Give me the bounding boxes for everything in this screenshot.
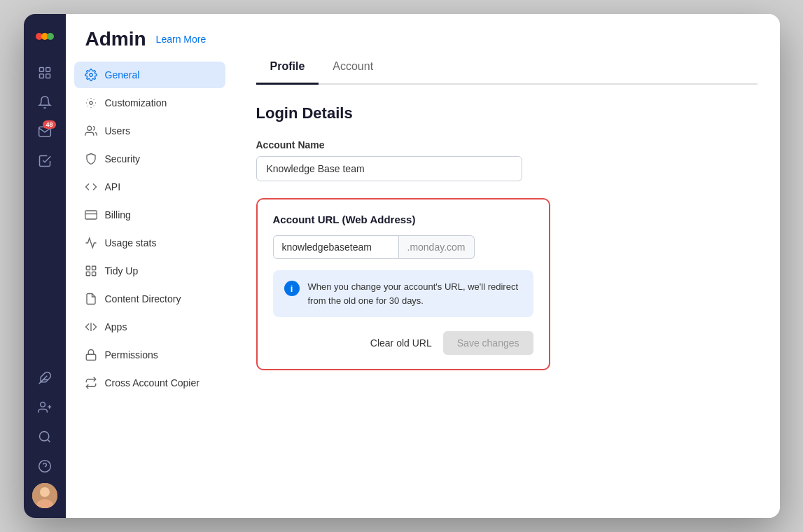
api-icon (84, 180, 98, 194)
svg-line-13 (47, 440, 50, 442)
apps-icon (84, 320, 98, 334)
nav-item-general[interactable]: General (74, 62, 225, 88)
users-icon (84, 124, 98, 138)
content-layout: General Customization (66, 50, 780, 518)
nav-item-usage-stats[interactable]: Usage stats (74, 230, 225, 256)
url-box: Account URL (Web Address) .monday.com i … (256, 198, 550, 370)
learn-more-link[interactable]: Learn More (156, 34, 207, 45)
check-icon[interactable] (32, 148, 57, 174)
svg-point-12 (39, 432, 48, 441)
main-area: Admin Learn More General (66, 14, 780, 518)
url-suffix: .monday.com (399, 235, 475, 259)
svg-point-21 (87, 126, 91, 130)
info-box: i When you change your account's URL, we… (273, 270, 533, 317)
svg-point-9 (40, 402, 45, 407)
nav-item-security[interactable]: Security (74, 146, 225, 172)
svg-rect-22 (85, 211, 97, 219)
nav-item-tidy-up-label: Tidy Up (105, 265, 139, 276)
nav-item-api-label: API (105, 181, 121, 192)
search-icon[interactable] (32, 424, 57, 449)
tab-account[interactable]: Account (319, 50, 387, 85)
bell-icon[interactable] (32, 90, 57, 115)
avatar[interactable] (32, 483, 57, 508)
nav-item-billing-label: Billing (105, 209, 131, 220)
svg-rect-29 (86, 354, 96, 360)
nav-item-api[interactable]: API (74, 174, 225, 200)
url-box-title: Account URL (Web Address) (273, 214, 533, 225)
icon-sidebar: 48 (24, 14, 66, 518)
nav-item-tidy-up[interactable]: Tidy Up (74, 258, 225, 284)
tab-profile[interactable]: Profile (256, 50, 319, 85)
nav-item-cross-account-copier[interactable]: Cross Account Copier (74, 370, 225, 396)
nav-item-content-directory-label: Content Directory (105, 293, 181, 304)
nav-item-cross-account-copier-label: Cross Account Copier (105, 377, 200, 388)
svg-point-19 (89, 74, 92, 77)
nav-item-apps[interactable]: Apps (74, 314, 225, 340)
nav-item-permissions-label: Permissions (105, 349, 158, 360)
app-logo (32, 24, 57, 49)
svg-rect-27 (92, 272, 95, 276)
nav-item-customization[interactable]: Customization (74, 90, 225, 116)
clear-url-button[interactable]: Clear old URL (370, 337, 432, 349)
permissions-icon (84, 348, 98, 362)
right-panel: Profile Account Login Details Account Na… (234, 50, 780, 518)
svg-point-14 (39, 461, 50, 472)
content-dir-icon (84, 292, 98, 306)
nav-item-billing[interactable]: Billing (74, 202, 225, 228)
left-nav: General Customization (66, 50, 234, 518)
nav-item-users[interactable]: Users (74, 118, 225, 144)
info-text: When you change your account's URL, we'l… (308, 280, 522, 307)
person-add-icon[interactable] (32, 395, 57, 420)
copy-icon (84, 376, 98, 390)
shield-icon (84, 152, 98, 166)
nav-item-apps-label: Apps (105, 321, 127, 332)
svg-point-20 (89, 102, 92, 105)
nav-item-general-label: General (105, 69, 140, 80)
tidy-icon (84, 264, 98, 278)
tabs: Profile Account (256, 50, 757, 85)
puzzle-icon[interactable] (32, 365, 57, 391)
svg-rect-26 (86, 272, 90, 276)
svg-point-2 (47, 33, 54, 40)
nav-item-security-label: Security (105, 153, 141, 164)
url-box-actions: Clear old URL Save changes (273, 331, 533, 355)
svg-rect-5 (39, 74, 43, 78)
page-title: Admin (85, 28, 146, 50)
svg-rect-25 (92, 266, 95, 270)
url-input-row: .monday.com (273, 235, 533, 259)
nav-item-users-label: Users (105, 125, 131, 136)
svg-rect-24 (86, 266, 90, 270)
svg-rect-4 (46, 68, 50, 72)
svg-rect-3 (39, 68, 43, 72)
help-icon[interactable] (32, 454, 57, 479)
url-input[interactable] (273, 235, 399, 259)
inbox-icon[interactable]: 48 (32, 119, 57, 144)
account-name-input[interactable] (256, 156, 522, 181)
account-name-label: Account Name (256, 139, 757, 150)
nav-item-usage-stats-label: Usage stats (105, 237, 157, 248)
save-changes-button[interactable]: Save changes (443, 331, 533, 355)
nav-item-permissions[interactable]: Permissions (74, 342, 225, 368)
billing-icon (84, 208, 98, 222)
inbox-badge: 48 (43, 120, 55, 129)
stats-icon (84, 236, 98, 250)
svg-point-17 (40, 487, 50, 497)
info-icon: i (284, 281, 300, 296)
home-icon[interactable] (32, 60, 57, 85)
svg-rect-6 (46, 74, 50, 78)
nav-item-customization-label: Customization (105, 97, 167, 108)
section-title: Login Details (256, 104, 757, 122)
admin-header: Admin Learn More (66, 14, 780, 50)
gear-icon (84, 68, 98, 82)
nav-item-content-directory[interactable]: Content Directory (74, 286, 225, 312)
customization-icon (84, 96, 98, 110)
